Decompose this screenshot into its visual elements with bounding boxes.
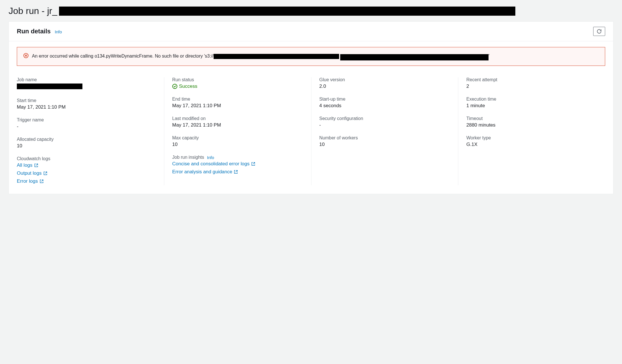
- error-analysis-link[interactable]: Error analysis and guidance: [172, 169, 303, 175]
- last-modified-value: May 17, 2021 1:10 PM: [172, 122, 303, 128]
- job-run-insights-label: Job run insights Info: [172, 155, 303, 160]
- insights-info-link[interactable]: Info: [207, 155, 214, 160]
- security-config-value: -: [319, 122, 450, 128]
- start-time-label: Start time: [17, 98, 156, 103]
- security-config-label: Security configuration: [319, 116, 450, 121]
- external-link-icon: [40, 179, 44, 183]
- last-modified-label: Last modified on: [172, 116, 303, 121]
- page-title: Job run - jr_: [9, 6, 613, 16]
- end-time-label: End time: [172, 97, 303, 102]
- error-icon: [23, 53, 29, 58]
- glue-version-value: 2.0: [319, 84, 450, 89]
- run-status-value: Success: [172, 84, 303, 89]
- external-link-icon: [234, 170, 238, 174]
- panel-header: Run details Info: [9, 22, 613, 41]
- max-capacity-label: Max capacity: [172, 135, 303, 141]
- startup-time-label: Start-up time: [319, 97, 450, 102]
- recent-attempt-value: 2: [466, 84, 597, 89]
- timeout-value: 2880 minutes: [466, 122, 597, 128]
- external-link-icon: [34, 163, 38, 167]
- execution-time-value: 1 minute: [466, 103, 597, 109]
- run-details-panel: Run details Info An error occurred while…: [9, 21, 613, 194]
- startup-time-value: 4 seconds: [319, 103, 450, 109]
- num-workers-value: 10: [319, 142, 450, 147]
- end-time-value: May 17, 2021 1:10 PM: [172, 103, 303, 109]
- error-alert: An error occurred while calling o134.pyW…: [17, 47, 605, 66]
- redacted-job-name: [17, 84, 82, 89]
- detail-col-3: Glue version 2.0 Start-up time 4 seconds…: [311, 77, 458, 185]
- execution-time-label: Execution time: [466, 97, 597, 102]
- panel-title: Run details: [17, 28, 51, 35]
- cloudwatch-logs-label: Cloudwatch logs: [17, 156, 156, 161]
- run-status-label: Run status: [172, 77, 303, 82]
- detail-col-1: Job name Start time May 17, 2021 1:10 PM…: [17, 77, 164, 185]
- info-link[interactable]: Info: [55, 29, 62, 34]
- error-prefix: An error occurred while calling o134.pyW…: [32, 54, 214, 58]
- trigger-name-label: Trigger name: [17, 117, 156, 123]
- job-name-label: Job name: [17, 77, 156, 82]
- page-title-prefix: Job run - jr_: [9, 6, 57, 16]
- external-link-icon: [43, 171, 47, 175]
- error-logs-link[interactable]: Error logs: [17, 178, 156, 184]
- worker-type-label: Worker type: [466, 135, 597, 141]
- redacted-s3-path-1: [214, 54, 339, 59]
- job-name-value: [17, 84, 156, 91]
- detail-col-4: Recent attempt 2 Execution time 1 minute…: [458, 77, 605, 185]
- refresh-button[interactable]: [593, 27, 605, 36]
- timeout-label: Timeout: [466, 116, 597, 121]
- redacted-s3-path-2: [340, 54, 489, 60]
- num-workers-label: Number of workers: [319, 135, 450, 141]
- glue-version-label: Glue version: [319, 77, 450, 82]
- recent-attempt-label: Recent attempt: [466, 77, 597, 82]
- error-message: An error occurred while calling o134.pyW…: [32, 52, 489, 60]
- success-icon: [172, 84, 177, 89]
- concise-error-logs-link[interactable]: Concise and consolidated error logs: [172, 161, 303, 167]
- external-link-icon: [251, 162, 255, 166]
- output-logs-link[interactable]: Output logs: [17, 170, 156, 176]
- max-capacity-value: 10: [172, 142, 303, 147]
- allocated-capacity-value: 10: [17, 143, 156, 149]
- error-suffix: ': [489, 54, 489, 58]
- panel-body: An error occurred while calling o134.pyW…: [9, 41, 613, 194]
- start-time-value: May 17, 2021 1:10 PM: [17, 104, 156, 110]
- detail-col-2: Run status Success End time May 17, 2021…: [164, 77, 311, 185]
- redacted-job-run-id: [59, 7, 515, 16]
- trigger-name-value: -: [17, 124, 156, 129]
- allocated-capacity-label: Allocated capacity: [17, 137, 156, 142]
- worker-type-value: G.1X: [466, 142, 597, 147]
- all-logs-link[interactable]: All logs: [17, 162, 156, 168]
- detail-grid: Job name Start time May 17, 2021 1:10 PM…: [17, 77, 605, 185]
- refresh-icon: [597, 29, 602, 34]
